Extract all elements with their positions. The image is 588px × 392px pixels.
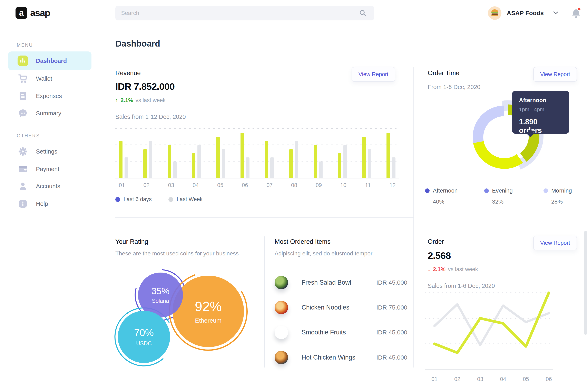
legend-label: Morning: [551, 188, 572, 194]
chevron-down-icon[interactable]: [553, 10, 559, 16]
arrow-up-icon: ↑: [115, 97, 118, 104]
bar: [173, 162, 176, 178]
bubble-pct: 92%: [195, 299, 222, 314]
bar: [124, 158, 128, 178]
revenue-view-report-button[interactable]: View Report: [352, 67, 395, 82]
list-item[interactable]: Smoothie Fruits IDR 45.000: [274, 320, 407, 345]
bar: [143, 149, 147, 178]
x-axis-label: 03: [166, 182, 176, 188]
order-subtitle: Sales from 1-6 Dec, 2020: [428, 282, 495, 289]
x-axis-label: 12: [388, 182, 397, 188]
bar: [240, 133, 244, 178]
x-axis-label: 04: [191, 182, 200, 188]
item-price: IDR 45.000: [376, 279, 407, 286]
legend-dot-lastweek: [168, 197, 173, 202]
main-content: Dashboard Revenue View Report IDR 7.852.…: [0, 26, 588, 392]
bar-group: [338, 128, 347, 178]
svg-text:05: 05: [523, 376, 529, 382]
svg-text:04: 04: [500, 376, 506, 382]
order-value: 2.568: [428, 250, 451, 261]
legend-label: Last Week: [176, 196, 202, 202]
legend-label: Evening: [492, 188, 513, 194]
legend-label: Afternoon: [433, 188, 458, 194]
revenue-amount: IDR 7.852.000: [115, 81, 174, 92]
bar: [392, 158, 396, 178]
revenue-delta: ↑ 2.1% vs last week: [115, 97, 166, 104]
bar: [246, 158, 250, 178]
bell-icon: [571, 16, 582, 20]
order-line-chart: 010203040506: [425, 291, 555, 385]
revenue-title: Revenue: [115, 70, 141, 77]
column-divider: [264, 236, 265, 368]
item-name: Hot Chicken Wings: [302, 354, 376, 361]
legend-dot-evening: [484, 188, 489, 193]
account-menu[interactable]: ASAP Foods: [488, 0, 559, 26]
order-view-report-button[interactable]: View Report: [533, 236, 577, 250]
search-bar[interactable]: [115, 6, 374, 20]
legend-label: Last 6 days: [124, 196, 152, 202]
revenue-subtitle: Sales from 1-12 Dec, 2020: [115, 114, 186, 120]
search-input[interactable]: [121, 10, 357, 16]
app-logo[interactable]: a asap: [16, 7, 50, 19]
bubble-pct: 35%: [152, 286, 170, 296]
bar: [270, 158, 274, 178]
bar-group: [265, 128, 274, 178]
order-time-title: Order Time: [428, 70, 460, 77]
logo-mark-icon: a: [16, 7, 27, 19]
revenue-bar-chart: [115, 128, 399, 178]
donut-tooltip: Afternoon 1pm - 4pm 1.890 orders: [512, 91, 569, 134]
row-divider: [115, 218, 414, 218]
legend-dot-afternoon: [425, 188, 430, 193]
x-axis-label: 01: [118, 182, 126, 188]
avatar: [488, 6, 502, 20]
x-axis-label: 07: [265, 182, 274, 188]
bar: [192, 153, 196, 178]
bar: [319, 162, 322, 178]
svg-text:06: 06: [546, 376, 552, 382]
item-name: Smoothie Fruits: [302, 329, 376, 336]
bubble-name: USDC: [136, 340, 152, 347]
revenue-legend: Last 6 days Last Week: [115, 196, 202, 202]
list-item[interactable]: Chicken Noodles IDR 75.000: [274, 295, 407, 320]
bar: [338, 153, 341, 178]
tooltip-title: Afternoon: [519, 97, 562, 104]
smoothie-photo: [274, 326, 288, 339]
order-delta-suffix: vs last week: [448, 266, 478, 272]
notifications-button[interactable]: [571, 8, 582, 19]
bar-group: [119, 128, 128, 178]
bar: [368, 149, 371, 178]
bar-group: [289, 128, 298, 178]
scrollbar[interactable]: [584, 231, 587, 335]
list-item[interactable]: Fresh Salad Bowl IDR 45.000: [274, 270, 407, 295]
most-ordered-title: Most Ordered Items: [274, 238, 330, 246]
bar-group: [314, 128, 322, 178]
tooltip-value: 1.890 orders: [519, 118, 562, 135]
noodles-photo: [274, 301, 288, 314]
account-name: ASAP Foods: [507, 10, 544, 16]
x-axis-label: 05: [216, 182, 225, 188]
bar: [344, 145, 347, 178]
rating-subtitle: These are the most used coins for your b…: [115, 250, 239, 257]
bar-group: [362, 128, 371, 178]
salad-bowl-photo: [274, 276, 288, 289]
bar: [119, 141, 122, 178]
revenue-delta-value: 2.1%: [121, 97, 133, 104]
bubble-usdc[interactable]: 70% USDC: [118, 311, 170, 363]
logo-text: asap: [30, 7, 50, 18]
legend-dot-last6days: [115, 197, 120, 202]
bar: [168, 145, 171, 178]
order-time-view-report-button[interactable]: View Report: [533, 67, 577, 82]
bar: [362, 137, 366, 178]
bar-group: [192, 128, 201, 178]
bar: [149, 141, 152, 178]
most-ordered-list: Fresh Salad Bowl IDR 45.000 Chicken Nood…: [274, 270, 407, 370]
bubble-pct: 70%: [134, 327, 154, 338]
rating-title: Your Rating: [115, 238, 148, 246]
list-item[interactable]: Hot Chicken Wings IDR 45.000: [274, 345, 407, 370]
topbar: a asap ASAP Foods: [0, 0, 588, 26]
x-axis-label: 06: [240, 182, 250, 188]
bar: [314, 145, 317, 178]
bubble-ethereum[interactable]: 92% Ethereum: [172, 276, 244, 347]
most-ordered-subtitle: Adipiscing elit, sed do eiusmod tempor: [274, 250, 372, 257]
item-price: IDR 45.000: [376, 329, 407, 336]
